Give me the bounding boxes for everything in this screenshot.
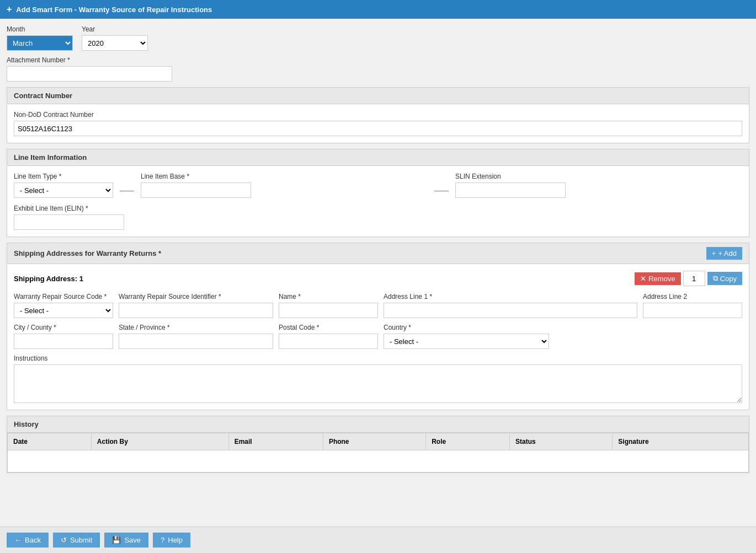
history-body: Date Action By Email Phone Role Status S… bbox=[7, 433, 749, 473]
elin-group: Exhibit Line Item (ELIN) * bbox=[14, 205, 742, 230]
non-dod-label: Non-DoD Contract Number bbox=[14, 111, 742, 119]
history-tbody bbox=[8, 450, 749, 473]
history-thead: Date Action By Email Phone Role Status S… bbox=[8, 433, 749, 450]
shipping-address-actions: ✕ Remove ⧉ Copy bbox=[635, 271, 742, 286]
dash-2: —— bbox=[434, 186, 449, 198]
contract-number-section: Contract Number Non-DoD Contract Number bbox=[7, 87, 749, 143]
shipping-fields-row1: Warranty Repair Source Code * - Select -… bbox=[14, 293, 742, 318]
remove-button-label: Remove bbox=[648, 275, 675, 283]
line-item-type-select[interactable]: - Select - bbox=[14, 182, 113, 198]
instructions-textarea[interactable] bbox=[14, 364, 742, 403]
line-item-base-input[interactable] bbox=[141, 182, 251, 198]
copy-button-label: Copy bbox=[720, 275, 737, 283]
name-input[interactable] bbox=[279, 303, 378, 318]
warranty-identifier-input[interactable] bbox=[119, 303, 273, 318]
address-line1-group: Address Line 1 * bbox=[384, 293, 637, 318]
attachment-number-label: Attachment Number * bbox=[7, 56, 749, 64]
shipping-title: Shipping Addresses for Warranty Returns … bbox=[14, 249, 161, 257]
slin-ext-group: SLIN Extension bbox=[455, 173, 742, 198]
line-item-row1: Line Item Type * - Select - —— Line Item… bbox=[14, 173, 742, 198]
history-header: History bbox=[7, 416, 749, 433]
warranty-identifier-group: Warranty Repair Source Identifier * bbox=[119, 293, 273, 318]
shipping-address-title: Shipping Address: 1 bbox=[14, 275, 83, 283]
line-item-type-label: Line Item Type * bbox=[14, 173, 113, 180]
attachment-number-group: Attachment Number * bbox=[7, 56, 749, 82]
instructions-group: Instructions bbox=[14, 355, 742, 403]
postal-code-group: Postal Code * bbox=[279, 324, 378, 349]
address-line2-input[interactable] bbox=[643, 303, 742, 318]
header-title: Add Smart Form - Warranty Source of Repa… bbox=[16, 6, 212, 14]
remove-button[interactable]: ✕ Remove bbox=[635, 272, 680, 285]
postal-code-label: Postal Code * bbox=[279, 324, 378, 331]
address-line2-group: Address Line 2 bbox=[643, 293, 742, 318]
slin-extension-label: SLIN Extension bbox=[455, 173, 742, 180]
name-label: Name * bbox=[279, 293, 378, 300]
warranty-identifier-label: Warranty Repair Source Identifier * bbox=[119, 293, 273, 300]
add-button-label: + Add bbox=[718, 249, 737, 257]
col-phone: Phone bbox=[323, 433, 425, 450]
copy-button[interactable]: ⧉ Copy bbox=[707, 272, 742, 285]
shipping-address-1: Shipping Address: 1 ✕ Remove ⧉ Copy bbox=[14, 271, 742, 403]
history-empty-row bbox=[8, 450, 749, 473]
col-role: Role bbox=[426, 433, 510, 450]
line-item-title: Line Item Information bbox=[14, 153, 87, 162]
slin-extension-input[interactable] bbox=[455, 182, 566, 198]
shipping-section: Shipping Addresses for Warranty Returns … bbox=[7, 243, 749, 410]
line-item-section: Line Item Information Line Item Type * -… bbox=[7, 149, 749, 237]
address-line1-label: Address Line 1 * bbox=[384, 293, 637, 300]
copy-icon: ⧉ bbox=[713, 274, 718, 283]
elin-label: Exhibit Line Item (ELIN) * bbox=[14, 205, 742, 212]
month-group: Month March JanuaryFebruary AprilMayJune… bbox=[7, 25, 73, 51]
col-status: Status bbox=[510, 433, 613, 450]
shipping-body: Shipping Address: 1 ✕ Remove ⧉ Copy bbox=[7, 264, 749, 410]
year-select[interactable]: 2020 20182019 20212022 bbox=[82, 35, 148, 51]
month-year-row: Month March JanuaryFebruary AprilMayJune… bbox=[7, 25, 749, 51]
non-dod-input[interactable] bbox=[14, 121, 742, 136]
line-item-body: Line Item Type * - Select - —— Line Item… bbox=[7, 166, 749, 237]
line-item-base-group: Line Item Base * bbox=[141, 173, 428, 198]
col-signature: Signature bbox=[613, 433, 749, 450]
city-county-group: City / County * bbox=[14, 324, 113, 349]
col-action-by: Action By bbox=[91, 433, 228, 450]
add-shipping-button[interactable]: + + Add bbox=[706, 247, 742, 260]
month-label: Month bbox=[7, 25, 73, 33]
col-email: Email bbox=[228, 433, 323, 450]
attachment-number-input[interactable] bbox=[7, 66, 172, 82]
copy-count-input[interactable] bbox=[683, 271, 705, 286]
plus-icon: + bbox=[7, 4, 12, 14]
name-group: Name * bbox=[279, 293, 378, 318]
dash-1: —— bbox=[120, 186, 134, 198]
state-province-input[interactable] bbox=[119, 334, 273, 349]
country-label: Country * bbox=[384, 324, 549, 331]
shipping-header: Shipping Addresses for Warranty Returns … bbox=[7, 243, 749, 264]
line-item-base-label: Line Item Base * bbox=[141, 173, 428, 180]
state-province-group: State / Province * bbox=[119, 324, 273, 349]
state-province-label: State / Province * bbox=[119, 324, 273, 331]
country-group: Country * - Select - bbox=[384, 324, 549, 349]
contract-number-body: Non-DoD Contract Number bbox=[7, 104, 749, 143]
warranty-repair-code-group: Warranty Repair Source Code * - Select - bbox=[14, 293, 113, 318]
month-select[interactable]: March JanuaryFebruary AprilMayJune JulyA… bbox=[7, 35, 73, 51]
contract-number-title: Contract Number bbox=[14, 92, 72, 100]
history-section: History Date Action By Email Phone Role … bbox=[7, 416, 749, 473]
warranty-repair-code-select[interactable]: - Select - bbox=[14, 303, 113, 318]
non-dod-group: Non-DoD Contract Number bbox=[14, 111, 742, 136]
contract-number-header: Contract Number bbox=[7, 88, 749, 104]
postal-code-input[interactable] bbox=[279, 334, 378, 349]
instructions-label: Instructions bbox=[14, 355, 742, 362]
header-bar: + Add Smart Form - Warranty Source of Re… bbox=[0, 0, 756, 19]
col-date: Date bbox=[8, 433, 92, 450]
address-line2-label: Address Line 2 bbox=[643, 293, 742, 300]
history-header-row: Date Action By Email Phone Role Status S… bbox=[8, 433, 749, 450]
add-icon: + bbox=[712, 249, 716, 257]
remove-x-icon: ✕ bbox=[640, 275, 646, 283]
line-item-type-group: Line Item Type * - Select - bbox=[14, 173, 113, 198]
warranty-repair-code-label: Warranty Repair Source Code * bbox=[14, 293, 113, 300]
address-line1-input[interactable] bbox=[384, 303, 637, 318]
history-table: Date Action By Email Phone Role Status S… bbox=[7, 433, 749, 473]
city-county-input[interactable] bbox=[14, 334, 113, 349]
elin-input[interactable] bbox=[14, 214, 124, 230]
country-select[interactable]: - Select - bbox=[384, 334, 549, 349]
year-label: Year bbox=[82, 25, 148, 33]
city-county-label: City / County * bbox=[14, 324, 113, 331]
